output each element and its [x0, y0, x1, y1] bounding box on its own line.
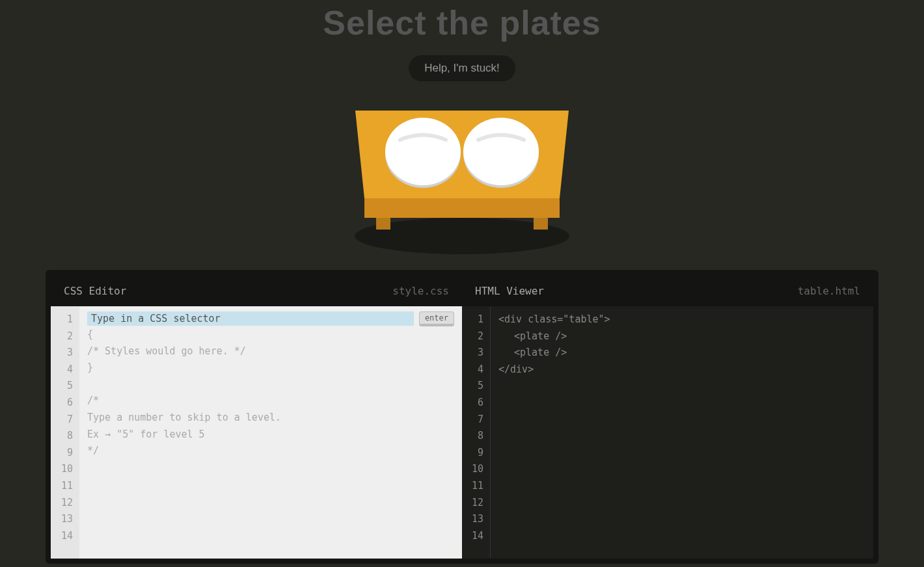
- code-line: <plate />: [498, 328, 865, 345]
- code-line: Type a number to skip to a level.: [87, 410, 454, 427]
- line-number: 6: [462, 395, 483, 412]
- line-number: 10: [51, 461, 73, 478]
- line-number: 11: [51, 478, 73, 495]
- line-number: 10: [462, 461, 483, 478]
- line-number: 6: [51, 395, 73, 412]
- line-number: 3: [51, 345, 73, 362]
- line-number: 5: [51, 378, 73, 395]
- css-gutter: 1 2 3 4 5 6 7 8 9 10 11 12 13 14: [51, 306, 79, 559]
- html-viewer-panel: 1 2 3 4 5 6 7 8 9 10 11 12 13 14 <div cl…: [462, 306, 873, 559]
- code-line: /*: [87, 393, 454, 410]
- code-line: <div class="table">: [498, 311, 865, 328]
- line-number: 11: [462, 478, 483, 495]
- page-title: Select the plates: [0, 3, 924, 42]
- html-viewer-label: HTML Viewer: [475, 285, 544, 297]
- css-filename: style.css: [392, 285, 449, 297]
- svg-point-8: [463, 118, 539, 185]
- svg-marker-3: [364, 198, 560, 218]
- line-number: 1: [51, 311, 73, 328]
- line-number: 3: [462, 345, 483, 362]
- line-number: 2: [462, 328, 483, 345]
- css-editor-panel: 1 2 3 4 5 6 7 8 9 10 11 12 13 14 enter: [51, 306, 462, 559]
- line-number: 13: [462, 511, 483, 528]
- table-icon: [351, 107, 573, 259]
- code-line: <plate />: [498, 345, 865, 362]
- code-line: Ex → "5" for level 5: [87, 427, 454, 443]
- line-number: 4: [462, 362, 483, 378]
- line-number: 2: [51, 328, 73, 345]
- code-line: </div>: [498, 362, 865, 378]
- selector-input[interactable]: [87, 311, 414, 326]
- html-code-area: <div class="table"> <plate /> <plate /> …: [491, 306, 873, 559]
- line-number: 8: [462, 428, 483, 445]
- enter-button[interactable]: enter: [419, 311, 454, 326]
- line-number: 7: [462, 412, 483, 429]
- line-number: 14: [462, 528, 483, 545]
- line-number: 14: [51, 528, 73, 545]
- code-line: {: [87, 326, 454, 343]
- line-number: 8: [51, 428, 73, 445]
- code-line: /* Styles would go here. */: [87, 343, 454, 360]
- svg-point-6: [385, 118, 461, 185]
- line-number: 1: [462, 311, 483, 328]
- help-button[interactable]: Help, I'm stuck!: [409, 55, 515, 81]
- line-number: 9: [51, 445, 73, 462]
- line-number: 5: [462, 378, 483, 395]
- line-number: 12: [462, 495, 483, 512]
- line-number: 7: [51, 412, 73, 429]
- table-visual-area: [0, 107, 924, 257]
- code-line: [87, 376, 454, 393]
- code-line: }: [87, 360, 454, 376]
- line-number: 13: [51, 511, 73, 528]
- css-editor-label: CSS Editor: [64, 285, 126, 297]
- html-gutter: 1 2 3 4 5 6 7 8 9 10 11 12 13 14: [462, 306, 491, 559]
- line-number: 4: [51, 362, 73, 378]
- css-code-area: enter { /* Styles would go here. */ } /*…: [79, 306, 462, 559]
- line-number: 9: [462, 445, 483, 462]
- code-line: */: [87, 443, 454, 460]
- editors-container: CSS Editor style.css HTML Viewer table.h…: [46, 270, 878, 564]
- html-filename: table.html: [798, 285, 860, 297]
- line-number: 12: [51, 495, 73, 512]
